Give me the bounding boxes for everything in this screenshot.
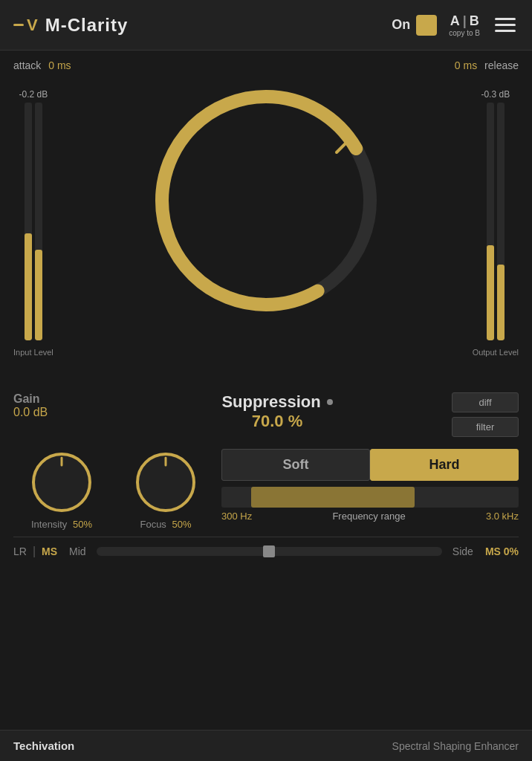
input-bar-right-fill bbox=[35, 250, 42, 340]
on-button-area: On bbox=[392, 15, 437, 36]
output-meter-bars bbox=[487, 103, 505, 340]
svg-line-2 bbox=[337, 141, 348, 152]
gain-value: 0.0 dB bbox=[13, 406, 103, 419]
menu-line-2 bbox=[495, 24, 516, 26]
lr-ms-separator: | bbox=[33, 545, 36, 558]
main-content: attack 0 ms 0 ms release -0.2 dB Input L… bbox=[0, 51, 532, 564]
ab-a-button[interactable]: A bbox=[450, 13, 460, 29]
release-section: 0 ms release bbox=[455, 59, 519, 71]
ab-copy-label: copy to B bbox=[449, 29, 480, 37]
suppression-section: Suppression 70.0 % bbox=[103, 392, 452, 431]
header: V M-Clarity On A | B copy to B bbox=[0, 0, 532, 51]
focus-knob-svg[interactable] bbox=[132, 449, 199, 516]
gain-label: Gain bbox=[13, 392, 103, 406]
app-title: M-Clarity bbox=[45, 15, 129, 36]
ab-b-button[interactable]: B bbox=[470, 13, 479, 29]
bottom-section: Intensity 50% Focus 50% Soft H bbox=[13, 449, 519, 564]
footer: Techivation Spectral Shaping Enhancer bbox=[0, 730, 532, 761]
output-level-meter: -0.3 dB Output Level bbox=[473, 89, 519, 357]
soft-hard-freq-section: Soft Hard 300 Hz Frequency range 3.0 kHz bbox=[221, 449, 519, 537]
input-db-label: -0.2 dB bbox=[19, 89, 48, 100]
mid-label: Mid bbox=[69, 545, 86, 557]
filter-button[interactable]: filter bbox=[452, 417, 519, 437]
lr-label[interactable]: LR bbox=[13, 545, 27, 557]
output-db-label: -0.3 dB bbox=[481, 89, 510, 100]
output-level-label: Output Level bbox=[473, 348, 519, 357]
focus-label-row: Focus 50% bbox=[140, 519, 191, 530]
logo-icon: V bbox=[13, 16, 39, 35]
knob-meters-row: -0.2 dB Input Level bbox=[13, 74, 519, 386]
ms-label[interactable]: MS bbox=[42, 545, 57, 557]
release-label: release bbox=[484, 59, 519, 71]
gain-section: Gain 0.0 dB bbox=[13, 392, 103, 419]
freq-labels: 300 Hz Frequency range 3.0 kHz bbox=[221, 511, 519, 522]
suppression-value: 70.0 % bbox=[252, 412, 303, 431]
input-bar-left bbox=[25, 103, 32, 340]
input-meter-bars bbox=[25, 103, 42, 340]
freq-slider-section: 300 Hz Frequency range 3.0 kHz bbox=[221, 487, 519, 522]
freq-low-label: 300 Hz bbox=[221, 511, 252, 522]
bottom-row: Intensity 50% Focus 50% Soft H bbox=[13, 449, 519, 537]
release-value: 0 ms bbox=[455, 59, 477, 71]
input-level-label: Input Level bbox=[13, 348, 53, 357]
ms-slider-thumb bbox=[263, 545, 275, 557]
intensity-label-row: Intensity 50% bbox=[31, 519, 92, 530]
gain-suppression-row: Gain 0.0 dB Suppression 70.0 % diff filt… bbox=[13, 386, 519, 437]
attack-release-row: attack 0 ms 0 ms release bbox=[13, 51, 519, 74]
ab-buttons: A | B bbox=[450, 13, 479, 29]
freq-slider-fill bbox=[251, 487, 415, 508]
output-bar-right-fill bbox=[497, 265, 505, 340]
focus-label: Focus bbox=[140, 519, 166, 530]
diff-button[interactable]: diff bbox=[452, 392, 519, 412]
intensity-knob-svg[interactable] bbox=[28, 449, 95, 516]
logo-area: V M-Clarity bbox=[13, 15, 392, 36]
attack-section: attack 0 ms bbox=[13, 59, 71, 71]
soft-button[interactable]: Soft bbox=[221, 449, 370, 481]
ab-separator: | bbox=[463, 13, 467, 29]
logo-dash-icon bbox=[13, 24, 24, 26]
input-bar-left-fill bbox=[25, 233, 32, 340]
attack-label: attack bbox=[13, 59, 41, 71]
on-label: On bbox=[392, 17, 410, 33]
on-toggle[interactable] bbox=[416, 15, 437, 36]
attack-value: 0 ms bbox=[48, 59, 71, 71]
freq-range-label: Frequency range bbox=[332, 511, 405, 522]
suppression-label: Suppression bbox=[221, 392, 320, 412]
header-controls: On A | B copy to B bbox=[392, 13, 519, 37]
brand-name: Techivation bbox=[13, 739, 74, 752]
logo-v-icon: V bbox=[27, 16, 38, 35]
input-level-meter: -0.2 dB Input Level bbox=[13, 89, 53, 357]
ab-area: A | B copy to B bbox=[449, 13, 480, 37]
focus-knob-wrap: Focus 50% bbox=[117, 449, 214, 530]
suppression-indicator bbox=[327, 399, 333, 405]
output-bar-left bbox=[487, 103, 494, 340]
suppression-knob[interactable] bbox=[147, 82, 385, 320]
freq-high-label: 3.0 kHz bbox=[486, 511, 519, 522]
menu-line-1 bbox=[495, 18, 516, 20]
soft-hard-buttons: Soft Hard bbox=[221, 449, 519, 481]
hard-button[interactable]: Hard bbox=[370, 449, 519, 481]
output-bar-left-fill bbox=[487, 245, 494, 340]
menu-button[interactable] bbox=[492, 15, 519, 35]
suppression-knob-svg bbox=[147, 82, 385, 320]
input-bar-right bbox=[35, 103, 42, 340]
suppression-title: Suppression bbox=[221, 392, 332, 412]
ms-slider[interactable] bbox=[97, 547, 442, 556]
intensity-knob-wrap: Intensity 50% bbox=[13, 449, 110, 530]
intensity-value: 50% bbox=[73, 519, 92, 530]
focus-value: 50% bbox=[172, 519, 192, 530]
ms-value: MS 0% bbox=[485, 545, 519, 557]
intensity-label: Intensity bbox=[31, 519, 67, 530]
frequency-range-slider[interactable] bbox=[221, 487, 519, 508]
plugin-desc: Spectral Shaping Enhancer bbox=[392, 740, 519, 752]
side-label: Side bbox=[452, 545, 473, 557]
output-bar-right bbox=[497, 103, 505, 340]
menu-line-3 bbox=[495, 30, 516, 32]
lr-ms-row: LR | MS Mid Side MS 0% bbox=[13, 537, 519, 564]
diff-filter-col: diff filter bbox=[452, 392, 519, 437]
